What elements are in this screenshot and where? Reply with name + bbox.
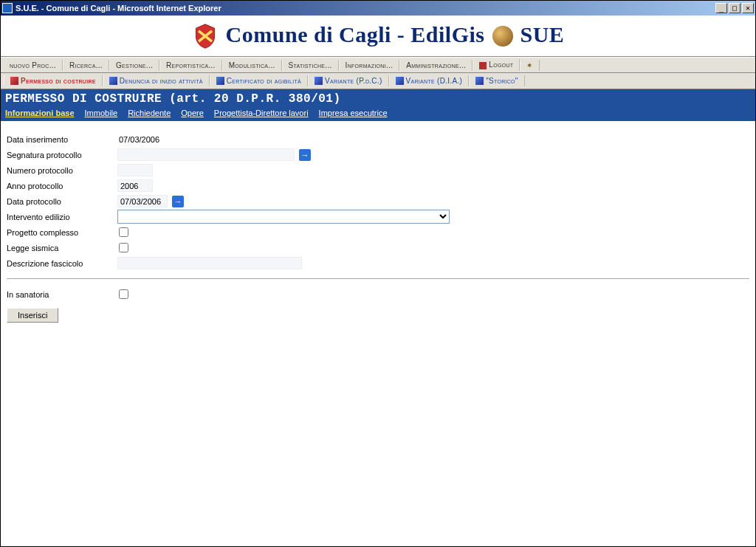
tab-variante-pdc[interactable]: Variante (P.d.C.) bbox=[308, 75, 389, 86]
banner-title-suffix: SUE bbox=[520, 22, 565, 47]
main-menu: nuovo Proc... Ricerca... Gestione... Rep… bbox=[1, 57, 755, 73]
cube-icon bbox=[396, 77, 404, 85]
cube-icon bbox=[10, 77, 18, 85]
banner-title-main: Comune di Cagli - EdilGis bbox=[226, 22, 485, 47]
window-title: S.U.E. - Comune di Cagli - Microsoft Int… bbox=[16, 4, 714, 13]
menu-gestione[interactable]: Gestione... bbox=[109, 60, 159, 71]
menu-informazioni[interactable]: Informazioni... bbox=[339, 60, 400, 71]
input-data-protocollo[interactable] bbox=[117, 195, 168, 207]
tab-label: "Storico" bbox=[486, 77, 518, 85]
tab-label: Variante (D.I.A.) bbox=[406, 77, 463, 85]
input-anno-protocollo[interactable] bbox=[117, 179, 153, 192]
label-legge-sismica: Legge sismica bbox=[7, 244, 117, 252]
checkbox-progetto-complesso[interactable] bbox=[119, 227, 128, 237]
menu-extra[interactable]: ✶ bbox=[520, 60, 539, 71]
tab-label: Permesso di costruire bbox=[21, 77, 96, 85]
maximize-button[interactable]: □ bbox=[729, 3, 740, 13]
close-button[interactable]: ✕ bbox=[742, 3, 754, 13]
checkbox-legge-sismica[interactable] bbox=[119, 243, 128, 252]
banner-title: Comune di Cagli - EdilGis SUE bbox=[226, 22, 565, 49]
ammonite-icon bbox=[492, 26, 513, 47]
tab-certificato-agibilita[interactable]: Certificato di agibilità bbox=[210, 75, 308, 86]
cube-icon bbox=[475, 77, 484, 85]
checkbox-in-sanatoria[interactable] bbox=[119, 289, 128, 299]
input-segnatura-protocollo[interactable] bbox=[117, 148, 295, 161]
logout-icon bbox=[479, 62, 487, 69]
subtab-richiedente[interactable]: Richiedente bbox=[128, 109, 171, 117]
form-area: Data inserimento 07/03/2006 Segnatura pr… bbox=[1, 121, 755, 546]
separator bbox=[7, 278, 749, 279]
subtab-informazioni-base[interactable]: Informazioni base bbox=[5, 109, 75, 117]
tab-denuncia-inizio-attivita[interactable]: Denuncia di inizio attività bbox=[103, 75, 210, 86]
tab-storico[interactable]: "Storico" bbox=[469, 75, 525, 86]
doc-tabs: Permesso di costruire Denuncia di inizio… bbox=[1, 73, 755, 89]
label-segnatura-protocollo: Segnatura protocollo bbox=[7, 151, 117, 159]
label-numero-protocollo: Numero protocollo bbox=[7, 166, 117, 175]
window-titlebar: S.U.E. - Comune di Cagli - Microsoft Int… bbox=[1, 1, 755, 16]
cube-icon bbox=[216, 77, 224, 85]
select-intervento-edilizio[interactable] bbox=[117, 210, 450, 224]
label-intervento-edilizio: Intervento edilizio bbox=[7, 213, 117, 221]
tab-label: Certificato di agibilità bbox=[227, 77, 301, 85]
tab-label: Variante (P.d.C.) bbox=[325, 77, 382, 85]
menu-ricerca[interactable]: Ricerca... bbox=[63, 60, 109, 71]
tab-variante-dia[interactable]: Variante (D.I.A.) bbox=[389, 75, 470, 86]
page-header: PERMESSO DI COSTRUIRE (art. 20 D.P.R. 38… bbox=[1, 89, 755, 121]
label-data-protocollo: Data protocollo bbox=[7, 197, 117, 206]
value-data-inserimento: 07/03/2006 bbox=[117, 135, 159, 144]
input-descrizione-fascicolo[interactable] bbox=[117, 257, 302, 269]
submit-button[interactable]: Inserisci bbox=[7, 308, 58, 323]
page-title: PERMESSO DI COSTRUIRE (art. 20 D.P.R. 38… bbox=[5, 92, 751, 106]
cube-icon bbox=[109, 77, 117, 85]
crest-icon bbox=[192, 23, 219, 49]
label-anno-protocollo: Anno protocollo bbox=[7, 182, 117, 190]
menu-nuovo-proc[interactable]: nuovo Proc... bbox=[4, 60, 63, 71]
ie-icon bbox=[2, 3, 13, 13]
subtab-opere[interactable]: Opere bbox=[181, 109, 204, 117]
tab-label: Denuncia di inizio attività bbox=[120, 77, 203, 85]
menu-modulistica[interactable]: Modulistica... bbox=[222, 60, 282, 71]
ie-window: S.U.E. - Comune di Cagli - Microsoft Int… bbox=[0, 0, 756, 547]
minimize-button[interactable]: _ bbox=[715, 3, 727, 13]
label-in-sanatoria: In sanatoria bbox=[7, 290, 117, 299]
menu-logout-label: Logout bbox=[489, 61, 513, 69]
menu-statistiche[interactable]: Statistiche... bbox=[282, 60, 339, 71]
app-banner: Comune di Cagli - EdilGis SUE bbox=[1, 16, 755, 57]
subtab-progettista[interactable]: Progettista-Direttore lavori bbox=[214, 109, 309, 117]
input-numero-protocollo[interactable] bbox=[117, 164, 153, 176]
cube-icon bbox=[315, 77, 323, 85]
section-subtabs: Informazioni base Immobile Richiedente O… bbox=[5, 106, 751, 121]
datepicker-button[interactable]: → bbox=[172, 196, 184, 207]
menu-reportistica[interactable]: Reportistica... bbox=[159, 60, 222, 71]
label-descrizione-fascicolo: Descrizione fascicolo bbox=[7, 259, 117, 268]
label-data-inserimento: Data inserimento bbox=[7, 135, 117, 144]
menu-logout[interactable]: Logout bbox=[472, 59, 520, 70]
tab-permesso-di-costruire[interactable]: Permesso di costruire bbox=[4, 75, 103, 86]
menu-amministrazione[interactable]: Amministrazione... bbox=[399, 60, 472, 71]
label-progetto-complesso: Progetto complesso bbox=[7, 228, 117, 237]
lookup-segnatura-button[interactable]: → bbox=[299, 149, 311, 161]
subtab-immobile[interactable]: Immobile bbox=[85, 109, 118, 117]
subtab-impresa[interactable]: Impresa esecutrice bbox=[319, 109, 388, 117]
